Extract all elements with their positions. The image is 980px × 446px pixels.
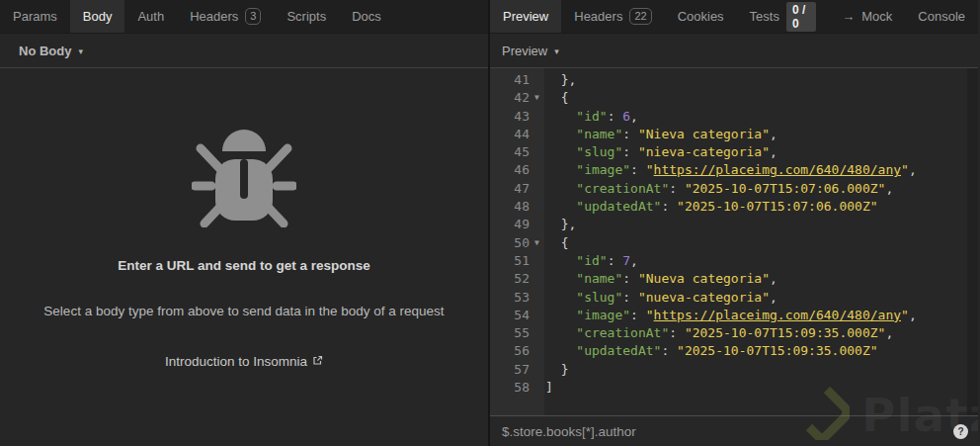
code-text: "name": "Nueva categoria",: [544, 270, 777, 288]
tab-headers[interactable]: Headers3: [177, 0, 274, 33]
code-line: 50▼ {: [490, 234, 978, 252]
tab-headers[interactable]: Headers22: [561, 0, 664, 33]
line-number: 51: [490, 252, 530, 270]
fold-gutter: [530, 270, 544, 288]
fold-gutter: [530, 307, 544, 324]
tab-label: Headers: [190, 9, 238, 24]
line-number: 44: [490, 126, 530, 143]
body-type-selector[interactable]: No Body ▾: [0, 34, 488, 68]
fold-gutter: [530, 289, 544, 307]
fold-gutter: [530, 198, 544, 216]
tab-cookies[interactable]: Cookies: [665, 0, 737, 33]
code-text: {: [544, 89, 568, 107]
code-lines: 41 },42▼ {43 "id": 6,44 "name": "Nieva c…: [490, 71, 978, 397]
fold-gutter: [530, 324, 544, 342]
line-number: 49: [490, 216, 530, 233]
body-type-label: No Body: [19, 44, 71, 58]
tab-label: Cookies: [678, 9, 724, 24]
line-number: 45: [490, 143, 530, 161]
tab-body[interactable]: Body: [70, 0, 125, 33]
insomnia-request-response-area: ParamsBodyAuthHeaders3ScriptsDocs No Bod…: [0, 0, 980, 446]
code-text: "name": "Nieva categoria",: [544, 126, 777, 143]
fold-gutter: [530, 71, 544, 89]
code-line: 47 "creationAt": "2025-10-07T15:07:06.00…: [490, 180, 978, 198]
tab-tests[interactable]: Tests0 / 0: [737, 0, 830, 33]
response-filter-input[interactable]: [500, 423, 945, 440]
tab-label: Docs: [352, 9, 381, 24]
fold-gutter: [530, 379, 544, 397]
tab-badge: 3: [245, 8, 261, 25]
tab-badge: 0 / 0: [786, 2, 816, 32]
tab-badge: 22: [629, 8, 651, 25]
line-number: 57: [490, 361, 530, 379]
code-text: },: [544, 71, 576, 89]
tab-label: Params: [13, 9, 57, 24]
empty-state: Enter a URL and send to get a response S…: [0, 68, 488, 446]
request-pane: ParamsBodyAuthHeaders3ScriptsDocs No Bod…: [0, 0, 490, 446]
line-number: 52: [490, 270, 530, 288]
fold-toggle-icon[interactable]: ▼: [530, 234, 544, 252]
code-text: "id": 7,: [544, 252, 638, 270]
line-number: 58: [490, 379, 530, 397]
code-text: "image": "https://placeimg.com/640/480/a…: [544, 161, 917, 179]
tab-docs[interactable]: Docs: [339, 0, 394, 33]
intro-to-insomnia-link[interactable]: Introduction to Insomnia: [165, 354, 323, 369]
external-link-icon: [312, 354, 323, 369]
fold-gutter: [530, 161, 544, 179]
tab-label: Auth: [137, 9, 164, 24]
tab-params[interactable]: Params: [0, 0, 70, 33]
code-line: 57 }: [490, 361, 978, 379]
fold-toggle-icon[interactable]: ▼: [530, 89, 544, 107]
tab-scripts[interactable]: Scripts: [274, 0, 339, 33]
code-line: 45 "slug": "nieva-categoria",: [490, 143, 978, 161]
line-number: 54: [490, 307, 530, 324]
code-line: 53 "slug": "nueva-categoria",: [490, 289, 978, 307]
line-number: 55: [490, 324, 530, 342]
help-icon[interactable]: ?: [953, 424, 968, 439]
code-line: 43 "id": 6,: [490, 108, 978, 126]
line-number: 53: [490, 289, 530, 307]
chevron-down-icon: ▾: [554, 46, 559, 56]
code-line: 54 "image": "https://placeimg.com/640/48…: [490, 307, 978, 324]
code-text: }: [544, 361, 568, 379]
tab-mock[interactable]: →Mock: [829, 0, 905, 33]
code-line: 48 "updatedAt": "2025-10-07T15:07:06.000…: [490, 198, 978, 216]
request-tabbar: ParamsBodyAuthHeaders3ScriptsDocs: [0, 0, 488, 34]
tab-label: Headers: [574, 9, 622, 24]
code-line: 44 "name": "Nieva categoria",: [490, 126, 978, 143]
code-line: 58]: [490, 379, 978, 397]
response-filter-bar: ?: [490, 415, 978, 446]
line-number: 46: [490, 161, 530, 179]
line-number: 43: [490, 108, 530, 126]
code-line: 51 "id": 7,: [490, 252, 978, 270]
tab-label: Tests: [750, 9, 779, 24]
empty-state-subtitle: Select a body type from above to send da…: [43, 304, 444, 318]
code-text: "creationAt": "2025-10-07T15:09:35.000Z"…: [544, 324, 893, 342]
code-line: 52 "name": "Nueva categoria",: [490, 270, 978, 288]
tab-label: Scripts: [286, 9, 326, 24]
code-line: 46 "image": "https://placeimg.com/640/48…: [490, 161, 978, 179]
fold-gutter: [530, 126, 544, 143]
line-number: 56: [490, 342, 530, 360]
tab-label: Body: [83, 9, 113, 24]
code-text: },: [544, 216, 576, 233]
preview-mode-selector[interactable]: Preview ▾: [490, 34, 978, 68]
code-line: 55 "creationAt": "2025-10-07T15:09:35.00…: [490, 324, 978, 342]
scrollbar[interactable]: [967, 68, 978, 415]
line-number: 41: [490, 71, 530, 89]
tab-console[interactable]: Console: [905, 0, 978, 33]
code-text: "id": 6,: [544, 108, 638, 126]
code-text: ]: [544, 379, 553, 397]
tab-preview[interactable]: Preview: [490, 0, 561, 33]
code-text: "image": "https://placeimg.com/640/480/a…: [544, 307, 917, 324]
line-number: 50: [490, 234, 530, 252]
response-tabbar: PreviewHeaders22CookiesTests0 / 0→MockCo…: [490, 0, 978, 34]
line-number: 48: [490, 198, 530, 216]
fold-gutter: [530, 216, 544, 233]
tab-auth[interactable]: Auth: [124, 0, 177, 33]
code-text: "creationAt": "2025-10-07T15:07:06.000Z"…: [544, 180, 893, 198]
code-line: 42▼ {: [490, 89, 978, 107]
response-json-preview[interactable]: 41 },42▼ {43 "id": 6,44 "name": "Nieva c…: [490, 68, 978, 415]
bug-icon: [192, 125, 296, 231]
code-text: "updatedAt": "2025-10-07T15:09:35.000Z": [544, 342, 878, 360]
